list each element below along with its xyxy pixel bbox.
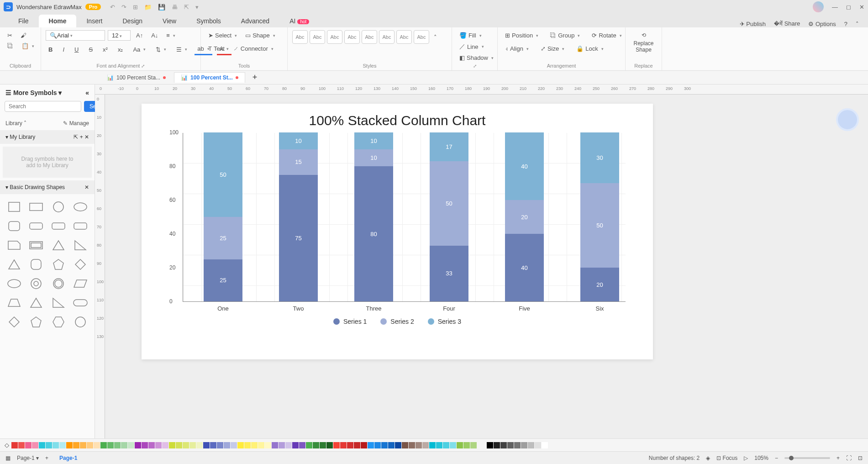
doc-tab[interactable]: 📊 100 Percent St... [174, 72, 245, 83]
new-icon[interactable]: ⊞ [133, 4, 138, 11]
italic-icon[interactable]: I [60, 44, 67, 55]
color-swatch[interactable] [258, 442, 264, 448]
color-swatch[interactable] [514, 442, 521, 448]
color-swatch[interactable] [183, 442, 189, 448]
collapse-ribbon-icon[interactable]: ˄ [856, 21, 859, 27]
line-spacing-icon[interactable]: ⇅ [153, 44, 169, 55]
color-swatch[interactable] [326, 442, 333, 448]
color-swatch[interactable] [528, 442, 534, 448]
user-avatar-icon[interactable] [813, 1, 824, 12]
shape-snip[interactable] [5, 238, 23, 253]
increase-font-icon[interactable]: A↑ [133, 30, 146, 41]
color-swatch[interactable] [285, 442, 292, 448]
shape-circle[interactable] [50, 200, 67, 214]
print-icon[interactable]: 🖶 [172, 4, 178, 11]
line-button[interactable]: ／ Line [457, 41, 493, 53]
sidebar-title[interactable]: ☰ More Symbols ▾ [5, 89, 62, 96]
lock-button[interactable]: 🔒 Lock [573, 43, 606, 54]
zoom-slider[interactable] [784, 457, 830, 459]
paste-icon[interactable]: 📋 [19, 41, 37, 51]
help-icon[interactable]: ? [844, 21, 847, 27]
shape-trapezoid[interactable] [5, 295, 23, 310]
more-icon[interactable]: ▾ [195, 4, 199, 11]
color-swatch[interactable] [11, 442, 18, 448]
basic-shapes-header[interactable]: ▾ Basic Drawing Shapes ✕ [0, 180, 95, 194]
color-swatch[interactable] [535, 442, 541, 448]
color-swatch[interactable] [210, 442, 216, 448]
color-swatch[interactable] [443, 442, 449, 448]
shape-pentagon[interactable] [50, 257, 67, 272]
undo-icon[interactable]: ↶ [110, 4, 115, 11]
shape-pill[interactable] [72, 295, 89, 310]
color-swatch[interactable] [231, 442, 237, 448]
canvas[interactable]: 100% Stacked Column Chart 02040608010050… [105, 95, 868, 438]
focus-button[interactable]: ⊡ Focus [716, 455, 737, 461]
color-swatch[interactable] [368, 442, 374, 448]
color-swatch[interactable] [73, 442, 79, 448]
add-page-icon[interactable]: + [45, 455, 48, 461]
shape-triangle3[interactable] [27, 295, 45, 310]
add-icon[interactable]: + [80, 134, 83, 140]
collaboration-avatar-icon[interactable] [836, 108, 859, 131]
bold-icon[interactable]: B [46, 44, 55, 55]
shape-rounded-square[interactable] [5, 219, 23, 233]
redo-icon[interactable]: ↷ [121, 4, 126, 11]
color-swatch[interactable] [272, 442, 278, 448]
size-button[interactable]: ⤢ Size [538, 43, 567, 54]
layers-icon[interactable]: ◈ [706, 455, 710, 461]
color-swatch[interactable] [500, 442, 507, 448]
color-swatch[interactable] [340, 442, 347, 448]
copy-icon[interactable]: ⿻ [5, 41, 16, 51]
color-swatch[interactable] [521, 442, 527, 448]
shape-diamond2[interactable] [5, 315, 23, 329]
color-swatch[interactable] [422, 442, 429, 448]
color-swatch[interactable] [148, 442, 155, 448]
align-icon[interactable]: ≡ [163, 30, 178, 41]
shape-frame[interactable] [27, 238, 45, 253]
color-swatch[interactable] [402, 442, 408, 448]
tab-design[interactable]: Design [112, 15, 153, 27]
color-swatch[interactable] [306, 442, 312, 448]
color-swatch[interactable] [196, 442, 203, 448]
maximize-icon[interactable]: ◻ [846, 4, 851, 11]
shape-parallelogram[interactable] [72, 276, 89, 291]
shape-pentagon2[interactable] [27, 315, 45, 329]
format-painter-icon[interactable]: 🖌 [18, 30, 29, 41]
color-swatch[interactable] [279, 442, 285, 448]
page-layout-icon[interactable]: ▦ [5, 455, 11, 461]
shape-right-triangle2[interactable] [50, 295, 67, 310]
color-swatch[interactable] [128, 442, 134, 448]
color-swatch[interactable] [542, 442, 548, 448]
color-swatch[interactable] [463, 442, 470, 448]
shape-rounded-rect3[interactable] [72, 219, 89, 233]
cut-icon[interactable]: ✂ [5, 30, 15, 41]
color-swatch[interactable] [32, 442, 38, 448]
color-swatch[interactable] [320, 442, 326, 448]
color-swatch[interactable] [388, 442, 395, 448]
color-swatch[interactable] [176, 442, 182, 448]
style-swatch[interactable]: Abc [414, 30, 429, 44]
shape-donut[interactable] [27, 276, 45, 291]
color-swatch[interactable] [142, 442, 148, 448]
minimize-icon[interactable]: — [832, 4, 838, 11]
font-expand-icon[interactable]: ⤢ [141, 63, 145, 69]
font-family-select[interactable]: 🔍 Arial [46, 30, 105, 41]
doc-tab[interactable]: 📊 100 Percent Sta... [100, 73, 172, 83]
manage-button[interactable]: ✎ Manage [63, 120, 89, 127]
options-button[interactable]: ⚙ Options [808, 21, 836, 27]
color-swatch[interactable] [299, 442, 305, 448]
shape-hexagon[interactable] [50, 315, 67, 329]
text-tool[interactable]: T Text [205, 43, 227, 54]
color-swatch[interactable] [313, 442, 319, 448]
color-swatch[interactable] [18, 442, 25, 448]
replace-shape-button[interactable]: ⟲Replace Shape [630, 30, 657, 55]
tab-home[interactable]: Home [39, 15, 77, 27]
share-button[interactable]: �में Share [774, 20, 800, 27]
color-swatch[interactable] [155, 442, 162, 448]
publish-button[interactable]: ✈ Publish [740, 21, 766, 27]
color-swatch[interactable] [244, 442, 251, 448]
style-swatch[interactable]: Abc [379, 30, 395, 44]
open-icon[interactable]: 📁 [144, 4, 152, 11]
props-expand-icon[interactable]: ⤢ [457, 63, 493, 69]
color-swatch[interactable] [374, 442, 381, 448]
